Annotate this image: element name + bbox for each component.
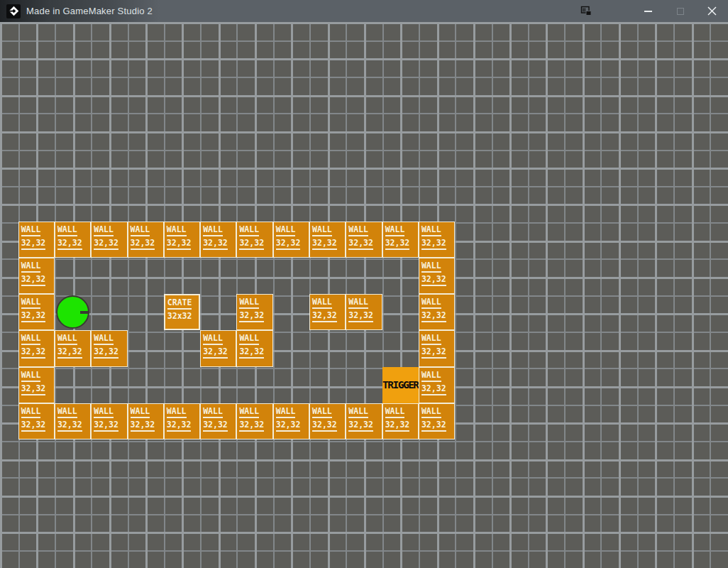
- tile-wall: WALL32,32: [55, 330, 91, 366]
- tile-label-line2: 32,32: [94, 347, 118, 359]
- tile-label-line1: WALL: [21, 407, 41, 418]
- tile-label-line1: WALL: [21, 334, 41, 345]
- tile-label-line2: 32,32: [421, 239, 446, 250]
- tile-label-line2: 32,32: [21, 384, 46, 395]
- tile-label-line2: 32,32: [167, 239, 192, 250]
- tile-label-line1: WALL: [57, 225, 77, 236]
- tile-label-line1: WALL: [94, 407, 114, 418]
- tile-label-line2: 32,32: [203, 420, 228, 432]
- tile-wall: WALL32,32: [382, 403, 419, 439]
- tile-label-line1: WALL: [203, 407, 223, 418]
- tile-label-line2: 32,32: [203, 239, 228, 250]
- tile-wall: WALL32,32: [18, 294, 55, 330]
- tile-label-line2: 32,32: [94, 239, 118, 250]
- tile-label-line2: 32,32: [239, 347, 264, 359]
- tile-wall: WALL32,32: [18, 403, 55, 439]
- tile-label-line2: 32,32: [57, 347, 82, 359]
- tile-label-line1: CRATE: [167, 298, 192, 310]
- tile-label-line2: 32,32: [312, 239, 337, 250]
- tile-wall: WALL32,32: [164, 222, 200, 258]
- tile-label-line2: 32,32: [348, 311, 373, 322]
- tile-wall: WALL32,32: [55, 403, 91, 439]
- window-stack-icon: [580, 6, 592, 17]
- tile-crate: CRATE32x32: [164, 294, 200, 330]
- tile-label-line1: WALL: [57, 334, 77, 345]
- tile-label-line1: WALL: [276, 407, 296, 418]
- tile-wall: WALL32,32: [91, 222, 127, 258]
- tile-wall: WALL32,32: [273, 403, 309, 439]
- tile-label-line1: WALL: [276, 225, 296, 236]
- tile-label-line2: 32,32: [348, 420, 373, 432]
- tile-label-line1: WALL: [348, 225, 368, 236]
- tile-label-line1: WALL: [385, 225, 405, 236]
- tile-wall: WALL32,32: [18, 367, 55, 403]
- tile-label-line2: 32,32: [421, 311, 446, 322]
- tile-label-line1: WALL: [203, 225, 223, 236]
- tile-label-line2: 32x32: [167, 312, 192, 321]
- player-circle: [56, 295, 89, 329]
- tile-label-line2: 32,32: [239, 311, 264, 322]
- tile-label-line2: 32,32: [421, 420, 446, 432]
- tile-wall: WALL32,32: [18, 222, 55, 258]
- tile-wall: WALL32,32: [91, 403, 127, 439]
- tile-wall: WALL32,32: [236, 330, 272, 366]
- tile-label-line2: 32,32: [276, 239, 301, 250]
- tile-label-line1: WALL: [312, 225, 332, 236]
- tile-label-line1: WALL: [21, 297, 41, 309]
- tile-label-line2: 32,32: [131, 239, 155, 250]
- tile-trigger: TRIGGER: [382, 367, 419, 403]
- tile-label-line2: 32,32: [21, 347, 46, 359]
- tile-label-line2: 32,32: [312, 311, 337, 322]
- tile-label-line2: 32,32: [348, 239, 373, 250]
- tile-label-line1: WALL: [131, 407, 150, 418]
- cascade-windows-button[interactable]: [574, 0, 598, 22]
- tile-label-line2: 32,32: [167, 420, 192, 432]
- tile-wall: WALL32,32: [273, 222, 309, 258]
- tile-wall: WALL32,32: [55, 222, 91, 258]
- tile-label-line1: WALL: [312, 407, 332, 418]
- tile-label-line2: 32,32: [57, 420, 82, 432]
- tile-wall: WALL32,32: [164, 403, 200, 439]
- tile-label-line1: WALL: [203, 334, 223, 345]
- trigger-label: TRIGGER: [382, 379, 419, 390]
- tile-wall: WALL32,32: [346, 403, 382, 439]
- player-direction-notch: [80, 311, 89, 314]
- tile-wall: WALL32,32: [18, 330, 55, 366]
- tile-label-line1: WALL: [167, 407, 187, 418]
- close-button[interactable]: [696, 0, 728, 22]
- tile-wall: WALL32,32: [236, 294, 272, 330]
- tile-wall: WALL32,32: [419, 367, 455, 403]
- titlebar[interactable]: Made in GameMaker Studio 2: [0, 0, 728, 22]
- minimize-button[interactable]: [632, 0, 664, 22]
- game-area[interactable]: WALL32,32WALL32,32WALL32,32WALL32,32WALL…: [0, 22, 728, 568]
- tile-label-line1: WALL: [421, 225, 441, 236]
- tile-label-line2: 32,32: [276, 420, 301, 432]
- maximize-button[interactable]: [664, 0, 696, 22]
- tile-label-line2: 32,32: [203, 347, 228, 359]
- tile-label-line1: WALL: [239, 334, 259, 345]
- tile-wall: WALL32,32: [419, 330, 455, 366]
- tile-label-line2: 32,32: [421, 384, 446, 395]
- maximize-square-icon: [677, 8, 684, 15]
- tile-label-line1: WALL: [348, 297, 368, 309]
- tile-label-line2: 32,32: [239, 420, 264, 432]
- tile-wall: WALL32,32: [200, 222, 236, 258]
- tile-wall: WALL32,32: [346, 222, 382, 258]
- tile-label-line2: 32,32: [239, 239, 264, 250]
- tile-label-line2: 32,32: [385, 420, 410, 432]
- tile-label-line1: WALL: [421, 407, 441, 418]
- tile-label-line2: 32,32: [21, 311, 46, 322]
- tile-label-line2: 32,32: [421, 275, 446, 286]
- tile-wall: WALL32,32: [309, 294, 346, 330]
- window-title: Made in GameMaker Studio 2: [26, 6, 153, 16]
- tile-wall: WALL32,32: [200, 403, 236, 439]
- tile-wall: WALL32,32: [346, 294, 382, 330]
- tile-label-line1: WALL: [21, 261, 41, 273]
- tile-label-line2: 32,32: [131, 420, 155, 432]
- tile-label-line1: WALL: [57, 407, 77, 418]
- tile-wall: WALL32,32: [200, 330, 236, 366]
- tile-label-line2: 32,32: [385, 239, 410, 250]
- tile-wall: WALL32,32: [419, 222, 455, 258]
- tile-wall: WALL32,32: [18, 258, 55, 294]
- tile-label-line1: WALL: [239, 297, 259, 309]
